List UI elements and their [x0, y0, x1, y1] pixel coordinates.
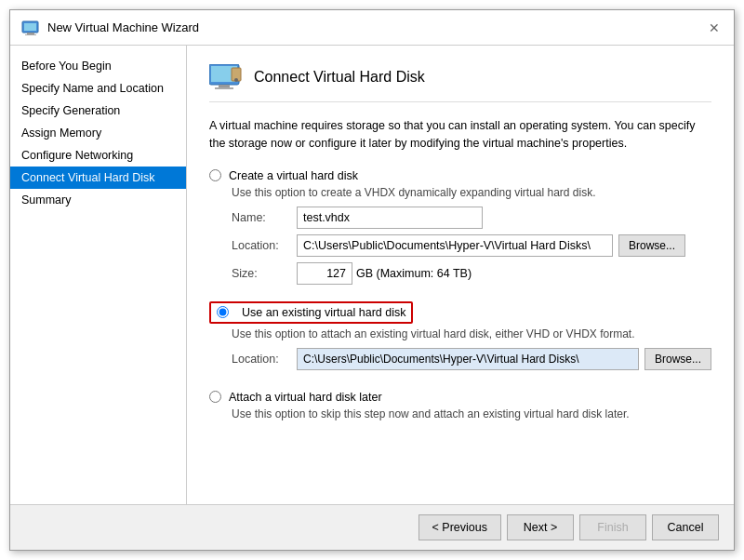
use-existing-label[interactable]: Use an existing virtual hard disk	[209, 301, 711, 324]
location-field-row: Location: Browse...	[232, 234, 711, 257]
sidebar-item-assign-memory[interactable]: Assign Memory	[10, 122, 186, 144]
cancel-button[interactable]: Cancel	[652, 514, 719, 540]
attach-later-description: Use this option to skip this step now an…	[232, 407, 711, 420]
create-vhd-radio[interactable]	[209, 169, 221, 181]
browse-button-create[interactable]: Browse...	[618, 234, 685, 257]
content-area: Before You Begin Specify Name and Locati…	[10, 46, 734, 504]
svg-point-9	[234, 78, 238, 82]
size-label: Size:	[232, 267, 297, 280]
panel-title: Connect Virtual Hard Disk	[254, 69, 425, 86]
svg-rect-7	[215, 87, 233, 89]
finish-button[interactable]: Finish	[579, 514, 646, 540]
close-button[interactable]: ✕	[706, 20, 723, 36]
svg-rect-2	[27, 33, 34, 34]
size-suffix: GB (Maximum: 64 TB)	[356, 267, 472, 280]
sidebar-item-specify-generation[interactable]: Specify Generation	[10, 100, 186, 122]
create-vhd-label[interactable]: Create a virtual hard disk	[209, 169, 711, 182]
sidebar-item-summary[interactable]: Summary	[10, 189, 186, 211]
existing-location-input[interactable]	[297, 348, 639, 370]
create-vhd-fields: Name: Location: Browse... Size: GB (Maxi…	[232, 207, 711, 285]
option-use-existing: Use an existing virtual hard disk Use th…	[209, 301, 711, 380]
main-panel: Connect Virtual Hard Disk A virtual mach…	[187, 46, 734, 504]
attach-later-text: Attach a virtual hard disk later	[229, 391, 382, 404]
sidebar-item-configure-networking[interactable]: Configure Networking	[10, 144, 186, 167]
name-input[interactable]	[297, 207, 483, 229]
existing-location-label: Location:	[232, 353, 297, 366]
title-bar-text: New Virtual Machine Wizard	[47, 20, 706, 34]
sidebar-item-before-you-begin[interactable]: Before You Begin	[10, 55, 186, 77]
sidebar-item-connect-vhd[interactable]: Connect Virtual Hard Disk	[10, 167, 186, 189]
attach-later-label[interactable]: Attach a virtual hard disk later	[209, 391, 711, 404]
dialog-window: New Virtual Machine Wizard ✕ Before You …	[9, 9, 735, 551]
option-create-vhd: Create a virtual hard disk Use this opti…	[209, 169, 711, 290]
existing-location-row: Location: Browse...	[232, 348, 711, 370]
location-input[interactable]	[297, 234, 613, 257]
create-vhd-text: Create a virtual hard disk	[229, 169, 358, 182]
sidebar: Before You Begin Specify Name and Locati…	[10, 46, 187, 504]
panel-header-icon	[209, 64, 243, 90]
name-field-row: Name:	[232, 207, 711, 229]
description-text: A virtual machine requires storage so th…	[209, 117, 711, 153]
svg-rect-6	[219, 85, 230, 87]
location-label: Location:	[232, 239, 297, 252]
option-attach-later: Attach a virtual hard disk later Use thi…	[209, 391, 711, 428]
previous-button[interactable]: < Previous	[418, 514, 501, 540]
svg-rect-1	[24, 23, 36, 31]
use-existing-highlight: Use an existing virtual hard disk	[209, 301, 413, 324]
size-field-row: Size: GB (Maximum: 64 TB)	[232, 262, 711, 285]
browse-button-existing[interactable]: Browse...	[644, 348, 711, 370]
use-existing-description: Use this option to attach an existing vi…	[232, 327, 711, 340]
title-bar: New Virtual Machine Wizard ✕	[10, 10, 734, 46]
sidebar-item-specify-name[interactable]: Specify Name and Location	[10, 77, 186, 100]
footer: < Previous Next > Finish Cancel	[10, 504, 734, 550]
use-existing-text: Use an existing virtual hard disk	[242, 306, 405, 319]
next-button[interactable]: Next >	[507, 514, 574, 540]
name-label: Name:	[232, 211, 297, 224]
panel-header: Connect Virtual Hard Disk	[209, 64, 711, 102]
attach-later-radio[interactable]	[209, 391, 221, 403]
create-vhd-description: Use this option to create a VHDX dynamic…	[232, 186, 711, 199]
svg-rect-3	[25, 34, 36, 35]
title-bar-icon	[21, 20, 40, 35]
size-input[interactable]	[297, 262, 352, 285]
use-existing-radio[interactable]	[217, 306, 229, 318]
